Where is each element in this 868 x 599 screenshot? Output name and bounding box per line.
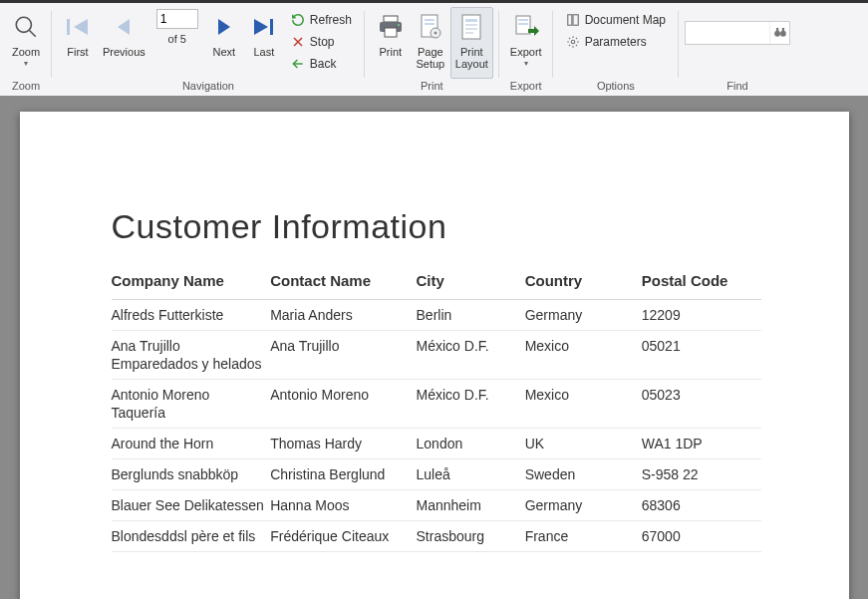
svg-marker-4 (118, 19, 130, 35)
refresh-label: Refresh (310, 13, 352, 27)
table-cell: Mannheim (417, 490, 525, 521)
th-city: City (417, 266, 525, 300)
next-page-button[interactable]: Next (204, 7, 244, 79)
group-export: Export ▾ Export (499, 7, 553, 96)
group-options: Document Map Parameters Options (553, 7, 679, 96)
svg-rect-26 (518, 19, 528, 21)
table-row: Blondesddsl père et filsFrédérique Citea… (112, 521, 761, 552)
table-cell: Antonio Moreno Taquería (112, 380, 271, 429)
parameters-button[interactable]: Parameters (559, 31, 673, 53)
table-cell: 05021 (642, 331, 761, 380)
svg-line-1 (29, 30, 36, 37)
back-button[interactable]: Back (284, 53, 359, 75)
table-cell: France (525, 521, 642, 552)
last-page-button[interactable]: Last (244, 7, 284, 79)
table-row: Berglunds snabbköpChristina BerglundLule… (112, 459, 761, 490)
svg-rect-17 (425, 23, 434, 25)
svg-rect-20 (462, 15, 480, 39)
table-cell: WA1 1DP (642, 429, 761, 459)
print-layout-icon (459, 10, 483, 44)
table-header-row: Company Name Contact Name City Country P… (112, 266, 761, 300)
table-cell: UK (525, 429, 642, 459)
last-icon (250, 10, 278, 44)
first-icon (64, 10, 92, 44)
page-setup-label: PageSetup (416, 46, 444, 70)
table-row: Blauer See DelikatessenHanna MoosMannhei… (112, 490, 761, 521)
first-page-button[interactable]: First (58, 7, 98, 79)
svg-point-32 (780, 30, 786, 36)
group-zoom-label: Zoom (12, 80, 40, 96)
group-options-label: Options (597, 80, 635, 96)
page-setup-button[interactable]: PageSetup (411, 7, 450, 79)
table-cell: Mexico (525, 331, 642, 380)
table-cell: 12209 (642, 300, 761, 331)
report-title: Customer Information (112, 207, 761, 246)
table-cell: Hanna Moos (270, 490, 416, 521)
th-postal: Postal Code (642, 266, 761, 300)
table-cell: Ana Trujillo Emparedados y helados (112, 331, 271, 380)
find-button[interactable] (769, 22, 789, 44)
table-row: Antonio Moreno TaqueríaAntonio MorenoMéx… (112, 380, 761, 429)
chevron-down-icon: ▾ (524, 59, 528, 68)
table-cell: México D.F. (417, 331, 525, 380)
svg-rect-7 (270, 19, 273, 35)
binoculars-icon (773, 26, 787, 41)
svg-rect-11 (384, 16, 398, 22)
magnifier-icon (13, 10, 39, 44)
svg-rect-22 (465, 24, 477, 26)
document-map-button[interactable]: Document Map (559, 9, 673, 31)
zoom-button[interactable]: Zoom ▾ (6, 7, 46, 79)
export-button[interactable]: Export ▾ (505, 7, 547, 79)
table-row: Alfreds FutterkisteMaria AndersBerlinGer… (112, 300, 761, 331)
svg-rect-34 (781, 27, 783, 31)
document-map-label: Document Map (585, 13, 666, 27)
table-cell: 68306 (642, 490, 761, 521)
table-cell: Blauer See Delikatessen (112, 490, 271, 521)
first-label: First (67, 46, 88, 58)
table-cell: Christina Berglund (270, 459, 416, 490)
find-input[interactable] (686, 22, 769, 44)
previous-page-button[interactable]: Previous (98, 7, 150, 79)
parameters-icon (566, 35, 580, 49)
find-wrap (685, 21, 790, 45)
page-setup-icon (418, 10, 443, 44)
refresh-button[interactable]: Refresh (284, 9, 359, 31)
options-col: Document Map Parameters (559, 7, 673, 53)
svg-rect-27 (518, 23, 528, 25)
group-find: Find (679, 7, 796, 96)
th-country: Country (525, 266, 642, 300)
stop-button[interactable]: Stop (284, 31, 359, 53)
stop-icon (291, 35, 305, 49)
table-cell: México D.F. (417, 380, 525, 429)
svg-point-14 (398, 24, 400, 26)
group-nav-label: Navigation (182, 80, 234, 96)
group-find-label: Find (726, 80, 747, 96)
svg-marker-3 (74, 19, 88, 35)
table-cell: Alfreds Futterkiste (112, 300, 271, 331)
export-icon (512, 10, 540, 44)
table-cell: Mexico (525, 380, 642, 429)
table-cell: Frédérique Citeaux (270, 521, 416, 552)
group-zoom: Zoom ▾ Zoom (0, 7, 52, 96)
table-cell: Germany (525, 490, 642, 521)
table-row: Ana Trujillo Emparedados y heladosAna Tr… (112, 331, 761, 380)
table-cell: Sweden (525, 459, 642, 490)
print-layout-button[interactable]: PrintLayout (450, 7, 493, 79)
report-page: Customer Information Company Name Contac… (20, 112, 849, 599)
svg-rect-2 (67, 19, 70, 35)
report-viewport[interactable]: Customer Information Company Name Contac… (0, 96, 868, 599)
table-cell: Thomas Hardy (270, 429, 416, 459)
svg-rect-33 (775, 27, 777, 31)
table-cell: 05023 (642, 380, 761, 429)
svg-rect-24 (465, 32, 473, 34)
svg-rect-21 (465, 19, 477, 22)
previous-icon (112, 10, 136, 44)
print-layout-label: PrintLayout (455, 46, 488, 70)
table-cell: Maria Anders (270, 300, 416, 331)
print-button[interactable]: Print (371, 7, 411, 79)
table-cell: 67000 (642, 521, 761, 552)
table-cell: Antonio Moreno (270, 380, 416, 429)
page-number-input[interactable] (156, 9, 198, 29)
page-of-label: of 5 (168, 33, 186, 45)
refresh-icon (291, 13, 305, 27)
